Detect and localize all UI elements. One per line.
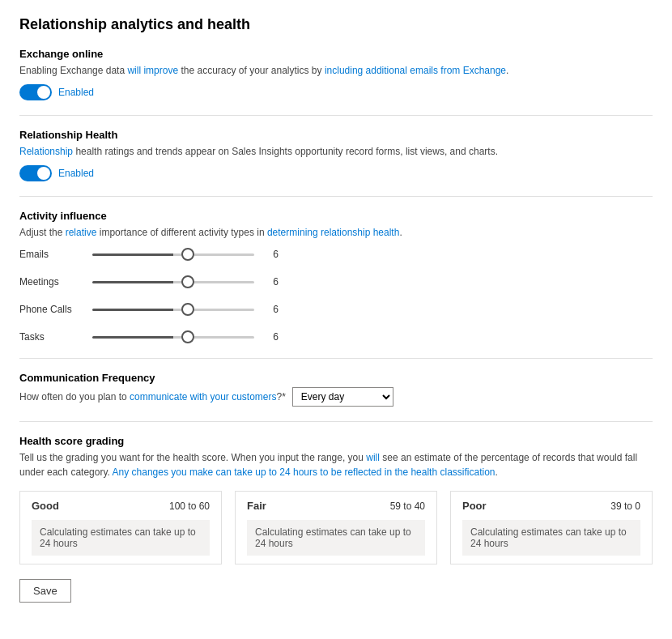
exchange-online-toggle-label: Enabled bbox=[58, 87, 94, 98]
save-section: Save bbox=[19, 579, 653, 603]
grade-poor-estimate: Calculating estimates can take up to 24 … bbox=[470, 526, 627, 549]
relationship-health-section: Relationship Health Relationship health … bbox=[19, 129, 653, 181]
slider-tasks[interactable] bbox=[92, 336, 254, 339]
relationship-health-toggle[interactable] bbox=[19, 165, 52, 181]
grade-good-label: Good bbox=[32, 500, 59, 512]
slider-value-emails: 6 bbox=[262, 249, 279, 260]
relationship-health-heading: Relationship Health bbox=[19, 129, 653, 141]
relationship-health-description: Relationship health ratings and trends a… bbox=[19, 144, 653, 159]
slider-row-meetings: Meetings 6 bbox=[19, 274, 653, 290]
exchange-link-improve: will improve bbox=[127, 65, 178, 76]
save-button[interactable]: Save bbox=[19, 579, 71, 603]
health-score-grading-section: Health score grading Tell us the grading… bbox=[19, 435, 653, 564]
grade-cards: Good 100 to 60 Calculating estimates can… bbox=[19, 491, 653, 564]
slider-container-tasks bbox=[92, 329, 254, 345]
exchange-online-toggle-row: Enabled bbox=[19, 84, 653, 100]
grade-poor-range: 39 to 0 bbox=[610, 501, 640, 512]
slider-row-tasks: Tasks 6 bbox=[19, 329, 653, 345]
grade-fair-range: 59 to 40 bbox=[390, 501, 425, 512]
exchange-link-including: including additional emails from Exchang… bbox=[325, 65, 506, 76]
grade-card-good-header: Good 100 to 60 bbox=[32, 500, 210, 512]
grade-good-estimate: Calculating estimates can take up to 24 … bbox=[40, 526, 196, 549]
communicate-link: communicate with your customers bbox=[130, 391, 276, 403]
divider-3 bbox=[19, 358, 653, 359]
divider-1 bbox=[19, 115, 653, 116]
grade-poor-label: Poor bbox=[462, 500, 487, 512]
grade-fair-body: Calculating estimates can take up to 24 … bbox=[247, 520, 425, 556]
communication-frequency-select[interactable]: Every day Every week Every two weeks Eve… bbox=[292, 387, 393, 407]
relationship-health-toggle-row: Enabled bbox=[19, 165, 653, 181]
activity-link-relative: relative bbox=[66, 227, 97, 238]
communication-frequency-heading: Communication Frequency bbox=[19, 372, 653, 384]
slider-value-meetings: 6 bbox=[262, 276, 279, 288]
exchange-online-heading: Exchange online bbox=[19, 48, 653, 60]
communication-frequency-question: How often do you plan to communicate wit… bbox=[19, 391, 286, 403]
slider-row-phone-calls: Phone Calls 6 bbox=[19, 301, 653, 317]
page-title: Relationship analytics and health bbox=[19, 16, 653, 33]
grade-card-fair-header: Fair 59 to 40 bbox=[247, 500, 425, 512]
communication-frequency-row: How often do you plan to communicate wit… bbox=[19, 387, 653, 407]
grade-good-body: Calculating estimates can take up to 24 … bbox=[32, 520, 210, 556]
grade-fair-label: Fair bbox=[247, 500, 266, 512]
grade-card-good: Good 100 to 60 Calculating estimates can… bbox=[19, 491, 222, 564]
slider-value-phone-calls: 6 bbox=[262, 304, 279, 315]
slider-label-phone-calls: Phone Calls bbox=[19, 304, 92, 315]
slider-container-phone-calls bbox=[92, 301, 254, 317]
slider-meetings[interactable] bbox=[92, 281, 254, 283]
grade-card-poor-header: Poor 39 to 0 bbox=[462, 500, 640, 512]
relationship-health-toggle-label: Enabled bbox=[58, 168, 94, 179]
grade-card-poor: Poor 39 to 0 Calculating estimates can t… bbox=[450, 491, 653, 564]
slider-value-tasks: 6 bbox=[262, 331, 279, 343]
grade-fair-estimate: Calculating estimates can take up to 24 … bbox=[255, 526, 411, 549]
grade-good-range: 100 to 60 bbox=[169, 501, 210, 512]
grade-card-fair: Fair 59 to 40 Calculating estimates can … bbox=[235, 491, 437, 564]
divider-4 bbox=[19, 421, 653, 422]
grade-poor-body: Calculating estimates can take up to 24 … bbox=[462, 520, 640, 556]
slider-emails[interactable] bbox=[92, 253, 254, 256]
will-link: will bbox=[366, 452, 380, 463]
slider-phone-calls[interactable] bbox=[92, 309, 254, 311]
slider-container-meetings bbox=[92, 274, 254, 290]
exchange-online-section: Exchange online Enabling Exchange data w… bbox=[19, 48, 653, 100]
communication-frequency-section: Communication Frequency How often do you… bbox=[19, 372, 653, 407]
slider-container-emails bbox=[92, 246, 254, 262]
slider-label-emails: Emails bbox=[19, 249, 92, 260]
slider-label-tasks: Tasks bbox=[19, 331, 92, 343]
divider-2 bbox=[19, 196, 653, 197]
relationship-link: Relationship bbox=[19, 146, 73, 157]
slider-label-meetings: Meetings bbox=[19, 276, 92, 288]
exchange-online-toggle[interactable] bbox=[19, 84, 52, 100]
activity-link-determining: determining relationship health bbox=[267, 227, 399, 238]
exchange-online-description: Enabling Exchange data will improve the … bbox=[19, 63, 653, 78]
changes-link: Any changes you make can take up to 24 h… bbox=[113, 466, 495, 478]
health-score-grading-heading: Health score grading bbox=[19, 435, 653, 447]
activity-influence-section: Activity influence Adjust the relative i… bbox=[19, 210, 653, 345]
activity-influence-heading: Activity influence bbox=[19, 210, 653, 222]
activity-influence-description: Adjust the relative importance of differ… bbox=[19, 225, 653, 240]
slider-row-emails: Emails 6 bbox=[19, 246, 653, 262]
health-score-grading-description: Tell us the grading you want for the hea… bbox=[19, 450, 653, 479]
